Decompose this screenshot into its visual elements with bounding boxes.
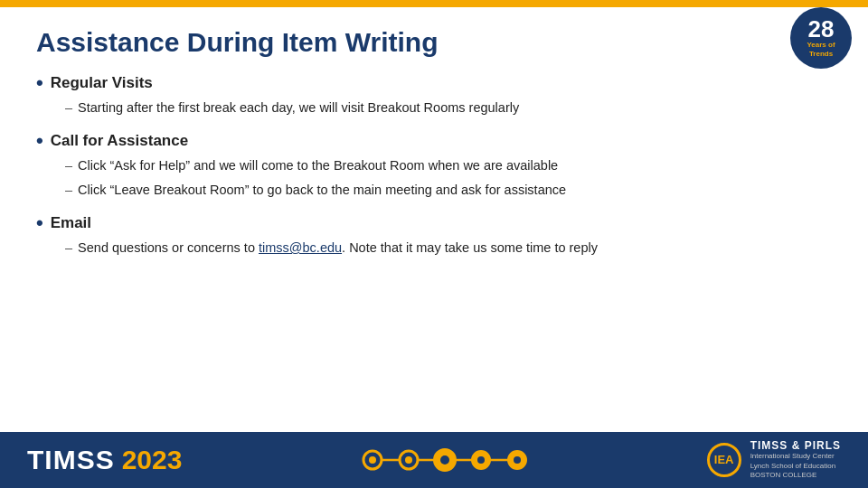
svg-point-9 [477, 456, 485, 464]
list-item: – Starting after the first break each da… [65, 99, 807, 117]
badge-text: Years ofTrends [807, 41, 835, 58]
dots-svg [354, 442, 535, 478]
iea-sub3: BOSTON COLLEGE [750, 471, 817, 480]
years-badge: 28 Years ofTrends [790, 7, 852, 69]
badge-number: 28 [808, 17, 835, 41]
section-email: • Email – Send questions or concerns to … [36, 214, 814, 263]
list-item: – Send questions or concerns to timss@bc… [65, 239, 807, 258]
timss-logo: TIMSS 2023 [27, 445, 182, 475]
footer-bar: TIMSS 2023 [0, 432, 868, 488]
main-content: Assistance During Item Writing • Regular… [0, 7, 868, 432]
timss-pirls-label: TIMSS & PIRLS [750, 439, 841, 452]
top-bar [0, 0, 868, 7]
section-call-assistance: • Call for Assistance – Click “Ask for H… [36, 132, 814, 205]
svg-point-6 [369, 456, 376, 464]
sub-list-email: – Send questions or concerns to timss@bc… [65, 239, 814, 258]
list-item: – Click “Ask for Help” and we will come … [65, 156, 807, 175]
timss-label: TIMSS [27, 445, 115, 475]
email-link[interactable]: timss@bc.edu [259, 240, 342, 255]
svg-point-8 [440, 455, 449, 465]
svg-point-10 [514, 456, 521, 464]
iea-logo: IEA TIMSS & PIRLS International Study Ce… [707, 439, 841, 480]
iea-sub2: Lynch School of Education [750, 462, 835, 471]
iea-sub1: International Study Center [750, 452, 835, 461]
bullet-dot-3: • [36, 213, 43, 233]
sub-list-call-assistance: – Click “Ask for Help” and we will come … [65, 156, 814, 200]
bullet-dot-2: • [36, 131, 43, 151]
sub-list-regular-visits: – Starting after the first break each da… [65, 99, 814, 117]
slide: 28 Years ofTrends Assistance During Item… [0, 0, 868, 488]
bullet-regular-visits: • Regular Visits [36, 74, 814, 93]
bottom-decoration [354, 442, 535, 478]
bullet-call-assistance: • Call for Assistance [36, 132, 814, 151]
section-regular-visits: • Regular Visits – Starting after the fi… [36, 74, 814, 123]
bullet-dot: • [36, 73, 43, 93]
svg-point-7 [405, 456, 412, 464]
list-item: – Click “Leave Breakout Room” to go back… [65, 181, 807, 200]
year-label: 2023 [122, 445, 183, 475]
iea-circle-icon: IEA [707, 443, 741, 477]
page-title: Assistance During Item Writing [36, 27, 814, 58]
bullet-email: • Email [36, 214, 814, 233]
iea-text-block: TIMSS & PIRLS International Study Center… [750, 439, 841, 480]
